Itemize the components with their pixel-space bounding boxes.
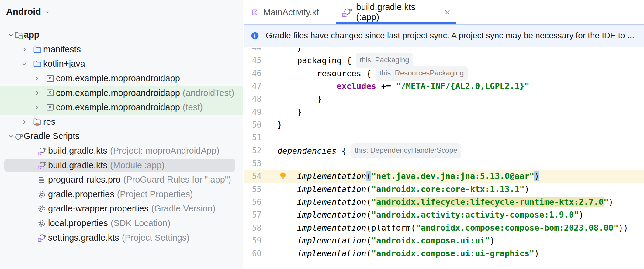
tree-item-build-gradle-kts--project-moproandroidapp-[interactable]: build.gradle.kts(Project: moproAndroidAp… [0, 144, 243, 158]
line-number[interactable]: 58 [244, 222, 261, 234]
tree-item-com-example-moproandroidapp[interactable]: com.example.moproandroidapp [0, 71, 243, 86]
indent-guide [317, 78, 317, 90]
tab-label: MainActivity.kt [263, 7, 319, 17]
tree-item-settings-gradle-kts--project-settings-[interactable]: settings.gradle.kts(Project Settings) [0, 231, 243, 245]
line-number[interactable]: 53 [244, 157, 261, 170]
code-line-47[interactable]: 47 excludes += "/META-INF/{AL2.0,LGPL2.1… [244, 80, 644, 93]
editor-area: MainActivity.kt build.gradle.kts (:app) … [244, 0, 644, 269]
code-line-52[interactable]: 52dependencies {this: DependencyHandlerS… [244, 144, 644, 157]
chevron-down-icon[interactable] [21, 60, 28, 68]
line-number[interactable]: 56 [244, 196, 261, 208]
tree-item-res[interactable]: res [0, 115, 243, 129]
gear-icon [37, 190, 46, 199]
code-line-48[interactable]: 48 } [244, 93, 644, 105]
line-number[interactable]: 50 [244, 118, 261, 131]
tree-item-build-gradle-kts--module-app-[interactable]: build.gradle.kts(Module :app) [0, 158, 243, 173]
tree-item-qualifier: (ProGuard Rules for ":app") [123, 175, 231, 184]
inlay-hint: this: DependencyHandlerScope [351, 143, 462, 158]
tree-item-label: Gradle Scripts [24, 129, 80, 144]
gradle-icon [14, 132, 23, 141]
res-folder-icon [33, 117, 42, 127]
tree-item-local-properties--sdk-location-[interactable]: local.properties(SDK Location) [0, 216, 243, 231]
project-tool-window: Android appmanifestskotlin+javacom.examp… [0, 0, 243, 269]
inlay-hint: this: ResourcesPackaging [376, 66, 468, 81]
tree-item-qualifier: (Module :app) [110, 160, 164, 170]
line-number[interactable]: 59 [244, 234, 261, 247]
chevron-right-icon[interactable] [21, 118, 28, 126]
code-line-57[interactable]: 57 implementation("androidx.activity:act… [244, 208, 644, 221]
code-text: } [277, 106, 302, 118]
tree-item-qualifier: (Project: moproAndroidApp) [110, 146, 219, 155]
code-line-55[interactable]: 55 implementation("androidx.core:core-kt… [244, 183, 644, 196]
code-line-60[interactable]: 60 implementation("androidx.compose.ui:u… [244, 247, 644, 260]
line-number[interactable]: 47 [244, 80, 261, 93]
chevron-right-icon[interactable] [21, 46, 28, 53]
tree-item-label: local.properties(SDK Location) [48, 216, 170, 231]
tree-item-label: gradle-wrapper.properties(Gradle Version… [48, 201, 216, 216]
line-number[interactable]: 60 [244, 247, 261, 260]
chevron-right-icon[interactable] [33, 104, 41, 111]
gradle-kotlin-icon [341, 7, 352, 17]
tree-item-gradle-wrapper-properties--gradle-version-[interactable]: gradle-wrapper.properties(Gradle Version… [0, 201, 243, 216]
tree-item-label: res [43, 115, 55, 129]
tab-label: build.gradle.kts (:app) [356, 2, 439, 22]
gradle-sync-notification-banner: Gradle files have changed since last pro… [244, 24, 644, 47]
code-line-58[interactable]: 58 implementation(platform("androidx.com… [244, 222, 644, 234]
line-number[interactable]: 48 [244, 93, 261, 105]
code-line-53[interactable]: 53 [244, 157, 644, 170]
tree-item-label: build.gradle.kts(Module :app) [48, 158, 164, 173]
chevron-down-icon[interactable] [7, 133, 15, 140]
gradle-kotlin-icon [37, 161, 46, 170]
code-line-51[interactable]: 51 [244, 131, 644, 144]
folder-icon [33, 45, 42, 54]
project-view-mode-label: Android [6, 6, 41, 17]
inlay-hint: this: Packaging [356, 53, 413, 68]
code-line-45[interactable]: 45 packaging {this: Packaging [244, 54, 644, 67]
gutter-separator [273, 48, 273, 269]
line-number[interactable]: 55 [244, 183, 261, 196]
tree-item-com-example-moproandroidapp--test-[interactable]: com.example.moproandroidapp(test) [0, 100, 243, 115]
close-icon[interactable] [444, 8, 451, 16]
project-view-mode-selector[interactable]: Android [6, 6, 51, 17]
code-line-56[interactable]: 56 implementation("androidx.lifecycle:li… [244, 196, 644, 208]
tree-item-com-example-moproandroidapp--androidtest-[interactable]: com.example.moproandroidapp(androidTest) [0, 86, 243, 100]
tree-item-label: manifests [43, 42, 81, 57]
code-line-44[interactable]: 44 } [244, 48, 644, 54]
gradle-kotlin-icon [37, 146, 46, 155]
tree-item-qualifier: (Project Properties) [117, 189, 193, 199]
code-line-54[interactable]: 54 implementation("net.java.dev.jna:jna:… [244, 170, 644, 183]
tree-item-gradle-scripts[interactable]: Gradle Scripts [0, 129, 243, 144]
line-number[interactable]: 49 [244, 106, 261, 118]
line-number[interactable]: 52 [244, 144, 261, 157]
tree-item-gradle-properties--project-properties-[interactable]: gradle.properties(Project Properties) [0, 187, 243, 202]
code-text: } [277, 118, 282, 131]
tree-item-manifests[interactable]: manifests [0, 42, 243, 57]
code-text: } [277, 93, 322, 105]
line-number[interactable]: 57 [244, 208, 261, 221]
tree-item-proguard-rules-pro--proguard-rules-for-app-[interactable]: proguard-rules.pro(ProGuard Rules for ":… [0, 173, 243, 187]
tree-item-app[interactable]: app [0, 28, 243, 42]
tab-build-gradle-kts-app[interactable]: build.gradle.kts (:app) [334, 0, 458, 24]
code-text: } [277, 48, 302, 54]
tree-item-label: settings.gradle.kts(Project Settings) [48, 231, 189, 245]
code-text: excludes += "/META-INF/{AL2.0,LGPL2.1}" [277, 80, 529, 93]
code-line-59[interactable]: 59 implementation("androidx.compose.ui:u… [244, 234, 644, 247]
code-editor[interactable]: 44 }45 packaging {this: Packaging46 reso… [244, 48, 644, 269]
line-number[interactable]: 51 [244, 131, 261, 144]
line-number[interactable]: 46 [244, 67, 261, 80]
line-number[interactable]: 45 [244, 54, 261, 67]
tree-item-label: app [24, 28, 40, 42]
code-line-49[interactable]: 49 } [244, 106, 644, 118]
code-line-46[interactable]: 46 resources {this: ResourcesPackaging [244, 67, 644, 80]
chevron-down-icon[interactable] [7, 31, 15, 39]
code-text: implementation("androidx.lifecycle:lifec… [277, 196, 613, 208]
tree-item-kotlin-java[interactable]: kotlin+java [0, 57, 243, 71]
package-icon [46, 74, 55, 83]
tab-mainactivity-kt[interactable]: MainActivity.kt [248, 0, 323, 24]
code-line-50[interactable]: 50} [244, 118, 644, 131]
chevron-right-icon[interactable] [33, 75, 41, 82]
tree-item-qualifier: (Gradle Version) [151, 204, 215, 213]
line-number[interactable]: 44 [244, 48, 261, 54]
line-number[interactable]: 54 [244, 170, 261, 183]
chevron-right-icon[interactable] [33, 89, 41, 96]
